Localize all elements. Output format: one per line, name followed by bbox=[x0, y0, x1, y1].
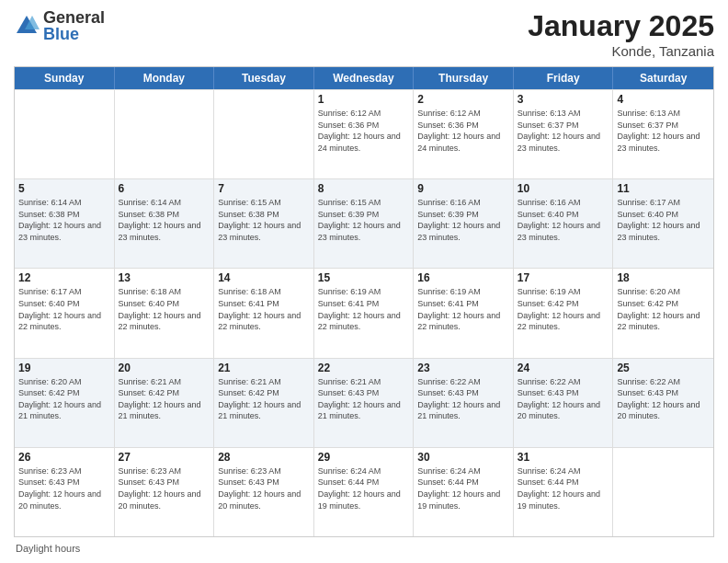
calendar-cell: 16Sunrise: 6:19 AM Sunset: 6:41 PM Dayli… bbox=[414, 269, 514, 357]
cell-info: Sunrise: 6:12 AM Sunset: 6:36 PM Dayligh… bbox=[417, 108, 509, 154]
cell-info: Sunrise: 6:23 AM Sunset: 6:43 PM Dayligh… bbox=[119, 465, 210, 511]
calendar-cell: 10Sunrise: 6:16 AM Sunset: 6:40 PM Dayli… bbox=[514, 179, 614, 268]
day-number: 14 bbox=[218, 271, 310, 284]
cell-info: Sunrise: 6:18 AM Sunset: 6:40 PM Dayligh… bbox=[119, 286, 210, 332]
day-number: 10 bbox=[518, 182, 609, 195]
day-number: 19 bbox=[18, 362, 110, 374]
calendar-row-2: 5Sunrise: 6:14 AM Sunset: 6:38 PM Daylig… bbox=[15, 178, 713, 268]
calendar-cell: 22Sunrise: 6:21 AM Sunset: 6:43 PM Dayli… bbox=[314, 359, 415, 447]
calendar-cell bbox=[15, 90, 115, 178]
calendar-cell: 18Sunrise: 6:20 AM Sunset: 6:42 PM Dayli… bbox=[613, 269, 713, 357]
day-number: 26 bbox=[18, 451, 110, 464]
day-number: 22 bbox=[318, 362, 410, 374]
day-number: 6 bbox=[119, 182, 210, 195]
cell-info: Sunrise: 6:20 AM Sunset: 6:42 PM Dayligh… bbox=[617, 286, 710, 332]
day-number: 5 bbox=[18, 182, 110, 195]
calendar-body: 1Sunrise: 6:12 AM Sunset: 6:36 PM Daylig… bbox=[15, 89, 713, 536]
cell-info: Sunrise: 6:14 AM Sunset: 6:38 PM Dayligh… bbox=[119, 197, 210, 243]
calendar-cell bbox=[613, 448, 713, 536]
header: General Blue January 2025 Konde, Tanzani… bbox=[14, 9, 714, 59]
calendar-cell: 29Sunrise: 6:24 AM Sunset: 6:44 PM Dayli… bbox=[314, 448, 415, 536]
calendar-cell: 7Sunrise: 6:15 AM Sunset: 6:38 PM Daylig… bbox=[214, 179, 314, 268]
day-number: 8 bbox=[318, 182, 410, 195]
day-number: 4 bbox=[617, 93, 710, 106]
calendar-cell: 1Sunrise: 6:12 AM Sunset: 6:36 PM Daylig… bbox=[314, 90, 415, 178]
cell-info: Sunrise: 6:16 AM Sunset: 6:40 PM Dayligh… bbox=[518, 197, 609, 243]
calendar-cell: 5Sunrise: 6:14 AM Sunset: 6:38 PM Daylig… bbox=[15, 179, 115, 268]
calendar-cell bbox=[214, 90, 314, 178]
cell-info: Sunrise: 6:24 AM Sunset: 6:44 PM Dayligh… bbox=[518, 465, 609, 511]
calendar-cell: 24Sunrise: 6:22 AM Sunset: 6:43 PM Dayli… bbox=[514, 359, 614, 447]
calendar-cell: 17Sunrise: 6:19 AM Sunset: 6:42 PM Dayli… bbox=[514, 269, 614, 357]
calendar-row-1: 1Sunrise: 6:12 AM Sunset: 6:36 PM Daylig… bbox=[15, 89, 713, 178]
day-number: 28 bbox=[218, 451, 310, 464]
cell-info: Sunrise: 6:17 AM Sunset: 6:40 PM Dayligh… bbox=[18, 286, 110, 332]
calendar: SundayMondayTuesdayWednesdayThursdayFrid… bbox=[14, 66, 714, 537]
calendar-cell: 4Sunrise: 6:13 AM Sunset: 6:37 PM Daylig… bbox=[613, 90, 713, 178]
logo-icon bbox=[14, 13, 40, 39]
day-number: 24 bbox=[518, 362, 609, 374]
day-number: 17 bbox=[518, 271, 609, 284]
header-day-wednesday: Wednesday bbox=[314, 67, 415, 89]
footer-daylight: Daylight hours bbox=[14, 543, 714, 554]
calendar-cell: 9Sunrise: 6:16 AM Sunset: 6:39 PM Daylig… bbox=[414, 179, 514, 268]
title-month: January 2025 bbox=[528, 9, 714, 43]
cell-info: Sunrise: 6:14 AM Sunset: 6:38 PM Dayligh… bbox=[18, 197, 110, 243]
cell-info: Sunrise: 6:20 AM Sunset: 6:42 PM Dayligh… bbox=[18, 376, 110, 422]
header-day-thursday: Thursday bbox=[414, 67, 514, 89]
cell-info: Sunrise: 6:16 AM Sunset: 6:39 PM Dayligh… bbox=[417, 197, 509, 243]
cell-info: Sunrise: 6:15 AM Sunset: 6:39 PM Dayligh… bbox=[318, 197, 410, 243]
day-number: 1 bbox=[318, 93, 410, 106]
calendar-cell: 21Sunrise: 6:21 AM Sunset: 6:42 PM Dayli… bbox=[214, 359, 314, 447]
title-block: January 2025 Konde, Tanzania bbox=[528, 9, 714, 59]
calendar-cell: 3Sunrise: 6:13 AM Sunset: 6:37 PM Daylig… bbox=[514, 90, 614, 178]
day-number: 31 bbox=[518, 451, 609, 464]
calendar-cell: 11Sunrise: 6:17 AM Sunset: 6:40 PM Dayli… bbox=[613, 179, 713, 268]
cell-info: Sunrise: 6:15 AM Sunset: 6:38 PM Dayligh… bbox=[218, 197, 310, 243]
logo: General Blue bbox=[14, 9, 105, 42]
day-number: 30 bbox=[417, 451, 509, 464]
calendar-row-4: 19Sunrise: 6:20 AM Sunset: 6:42 PM Dayli… bbox=[15, 358, 713, 447]
day-number: 18 bbox=[617, 271, 710, 284]
cell-info: Sunrise: 6:12 AM Sunset: 6:36 PM Dayligh… bbox=[318, 108, 410, 154]
day-number: 9 bbox=[417, 182, 509, 195]
cell-info: Sunrise: 6:24 AM Sunset: 6:44 PM Dayligh… bbox=[417, 465, 509, 511]
cell-info: Sunrise: 6:22 AM Sunset: 6:43 PM Dayligh… bbox=[417, 376, 509, 422]
cell-info: Sunrise: 6:23 AM Sunset: 6:43 PM Dayligh… bbox=[218, 465, 310, 511]
page: General Blue January 2025 Konde, Tanzani… bbox=[0, 0, 728, 563]
cell-info: Sunrise: 6:21 AM Sunset: 6:42 PM Dayligh… bbox=[119, 376, 210, 422]
calendar-cell: 25Sunrise: 6:22 AM Sunset: 6:43 PM Dayli… bbox=[613, 359, 713, 447]
cell-info: Sunrise: 6:22 AM Sunset: 6:43 PM Dayligh… bbox=[518, 376, 609, 422]
cell-info: Sunrise: 6:22 AM Sunset: 6:43 PM Dayligh… bbox=[617, 376, 710, 422]
calendar-cell: 6Sunrise: 6:14 AM Sunset: 6:38 PM Daylig… bbox=[115, 179, 215, 268]
cell-info: Sunrise: 6:21 AM Sunset: 6:42 PM Dayligh… bbox=[218, 376, 310, 422]
header-day-monday: Monday bbox=[115, 67, 215, 89]
header-day-sunday: Sunday bbox=[15, 67, 115, 89]
calendar-row-5: 26Sunrise: 6:23 AM Sunset: 6:43 PM Dayli… bbox=[15, 447, 713, 536]
calendar-cell: 31Sunrise: 6:24 AM Sunset: 6:44 PM Dayli… bbox=[514, 448, 614, 536]
logo-general-text: General bbox=[43, 9, 105, 26]
day-number: 21 bbox=[218, 362, 310, 374]
day-number: 3 bbox=[518, 93, 609, 106]
title-location: Konde, Tanzania bbox=[528, 43, 714, 59]
calendar-cell: 19Sunrise: 6:20 AM Sunset: 6:42 PM Dayli… bbox=[15, 359, 115, 447]
calendar-cell: 15Sunrise: 6:19 AM Sunset: 6:41 PM Dayli… bbox=[314, 269, 415, 357]
day-number: 16 bbox=[417, 271, 509, 284]
calendar-cell: 30Sunrise: 6:24 AM Sunset: 6:44 PM Dayli… bbox=[414, 448, 514, 536]
header-day-friday: Friday bbox=[514, 67, 614, 89]
day-number: 25 bbox=[617, 362, 710, 374]
day-number: 29 bbox=[318, 451, 410, 464]
calendar-cell: 2Sunrise: 6:12 AM Sunset: 6:36 PM Daylig… bbox=[414, 90, 514, 178]
day-number: 23 bbox=[417, 362, 509, 374]
cell-info: Sunrise: 6:23 AM Sunset: 6:43 PM Dayligh… bbox=[18, 465, 110, 511]
day-number: 2 bbox=[417, 93, 509, 106]
day-number: 7 bbox=[218, 182, 310, 195]
cell-info: Sunrise: 6:19 AM Sunset: 6:41 PM Dayligh… bbox=[417, 286, 509, 332]
calendar-row-3: 12Sunrise: 6:17 AM Sunset: 6:40 PM Dayli… bbox=[15, 268, 713, 357]
cell-info: Sunrise: 6:13 AM Sunset: 6:37 PM Dayligh… bbox=[518, 108, 609, 154]
header-day-tuesday: Tuesday bbox=[214, 67, 314, 89]
calendar-cell bbox=[115, 90, 215, 178]
day-number: 15 bbox=[318, 271, 410, 284]
logo-blue-text: Blue bbox=[43, 26, 105, 42]
cell-info: Sunrise: 6:21 AM Sunset: 6:43 PM Dayligh… bbox=[318, 376, 410, 422]
